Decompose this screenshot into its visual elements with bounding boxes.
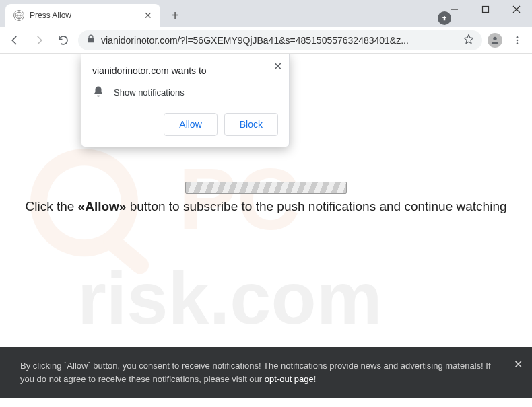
- lock-icon: [86, 34, 96, 46]
- new-tab-button[interactable]: +: [166, 6, 185, 25]
- maximize-button[interactable]: [470, 0, 501, 22]
- browser-toolbar: vianidorinotor.com/?l=56GXEMY9QjJBa41&s=…: [0, 27, 532, 54]
- watermark: PC risk.com: [24, 122, 508, 353]
- bell-icon: [92, 85, 104, 100]
- page-content: PC risk.com ✕ vianidorinotor.com wants t…: [0, 54, 532, 398]
- notification-permission-dialog: ✕ vianidorinotor.com wants to Show notif…: [81, 54, 290, 147]
- tab-strip: Press Allow ✕ +: [0, 0, 532, 27]
- svg-rect-2: [483, 7, 489, 13]
- permission-origin: vianidorinotor.com wants to: [92, 65, 278, 76]
- svg-text:risk.com: risk.com: [77, 256, 382, 339]
- minimize-button[interactable]: [439, 0, 470, 22]
- browser-tab[interactable]: Press Allow ✕: [5, 4, 160, 27]
- svg-rect-11: [100, 229, 152, 277]
- instruction-text: Click the «Allow» button to subscribe to…: [0, 199, 532, 214]
- back-button[interactable]: [5, 31, 24, 50]
- consent-footer: ✕ By clicking `Allow` button, you consen…: [0, 347, 532, 398]
- close-footer-icon[interactable]: ✕: [514, 357, 523, 373]
- svg-point-7: [517, 39, 519, 41]
- globe-icon: [13, 10, 24, 21]
- profile-avatar[interactable]: [488, 33, 502, 48]
- forward-button[interactable]: [30, 31, 48, 50]
- reload-button[interactable]: [54, 31, 73, 50]
- svg-point-5: [493, 36, 496, 40]
- address-bar[interactable]: vianidorinotor.com/?l=56GXEMY9QjJBa41&s=…: [78, 30, 482, 50]
- allow-button[interactable]: Allow: [164, 113, 217, 136]
- menu-button[interactable]: [508, 31, 527, 50]
- url-text: vianidorinotor.com/?l=56GXEMY9QjJBa41&s=…: [101, 35, 458, 46]
- footer-text: By clicking `Allow` button, you consent …: [20, 361, 491, 384]
- close-icon[interactable]: ✕: [273, 60, 282, 73]
- close-window-button[interactable]: [501, 0, 532, 22]
- block-button[interactable]: Block: [224, 113, 278, 136]
- svg-point-8: [517, 42, 519, 44]
- bookmark-icon[interactable]: [463, 34, 474, 47]
- close-tab-icon[interactable]: ✕: [144, 10, 152, 21]
- loading-bar: [185, 182, 347, 194]
- permission-request-text: Show notifications: [114, 87, 185, 98]
- window-controls: [439, 0, 532, 22]
- svg-point-6: [517, 36, 519, 38]
- opt-out-link[interactable]: opt-out page: [265, 374, 314, 384]
- tab-title: Press Allow: [30, 11, 139, 20]
